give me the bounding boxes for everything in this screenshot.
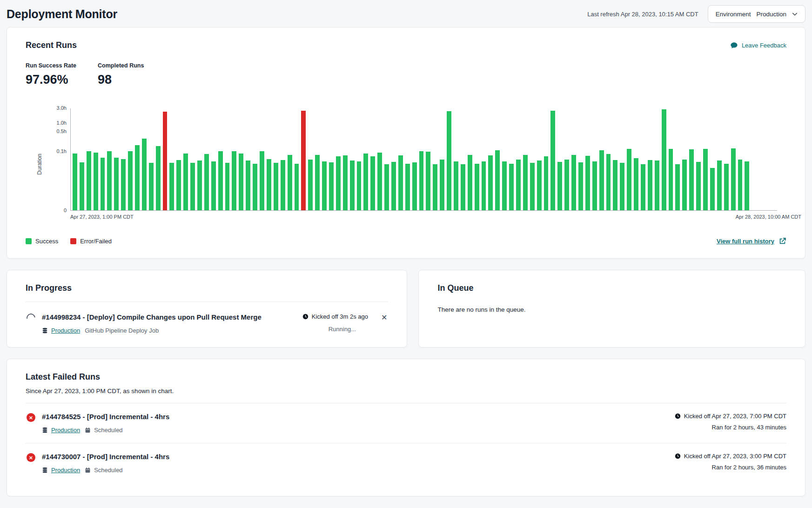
chart-bar-success[interactable] — [468, 155, 472, 210]
leave-feedback-link[interactable]: Leave Feedback — [730, 41, 786, 49]
chart-bar-success[interactable] — [107, 151, 112, 210]
chart-bar-success[interactable] — [606, 154, 611, 210]
view-full-run-history-link[interactable]: View full run history — [717, 237, 786, 245]
chart-bar-success[interactable] — [308, 160, 313, 210]
chart-bar-success[interactable] — [288, 155, 292, 210]
chart-bar-success[interactable] — [627, 149, 631, 210]
chart-bar-success[interactable] — [488, 155, 493, 210]
chart-bar-success[interactable] — [544, 156, 549, 210]
chart-bar-failed[interactable] — [301, 111, 306, 210]
chart-bar-success[interactable] — [149, 163, 154, 210]
chart-bar-success[interactable] — [281, 160, 285, 210]
chart-bar-success[interactable] — [142, 139, 147, 210]
chart-bar-success[interactable] — [641, 164, 645, 210]
chart-bar-success[interactable] — [482, 161, 486, 210]
chart-bar-success[interactable] — [370, 156, 375, 210]
chart-bar-success[interactable] — [336, 156, 341, 210]
chart-bar-success[interactable] — [350, 160, 355, 210]
chart-bar-success[interactable] — [211, 161, 216, 210]
chart-bar-success[interactable] — [384, 164, 389, 210]
chart-bar-success[interactable] — [204, 154, 209, 210]
chart-bar-success[interactable] — [738, 160, 743, 210]
chart-bar-success[interactable] — [135, 145, 140, 210]
chart-bar-success[interactable] — [516, 160, 521, 210]
chart-bar-success[interactable] — [662, 109, 666, 210]
chart-bar-success[interactable] — [218, 151, 223, 210]
chart-bar-success[interactable] — [724, 164, 729, 210]
chart-bar-success[interactable] — [322, 161, 327, 210]
chart-bar-success[interactable] — [225, 163, 230, 210]
chart-bar-success[interactable] — [634, 158, 638, 210]
chart-bar-success[interactable] — [169, 163, 174, 210]
chart-bar-success[interactable] — [315, 155, 320, 210]
chart-bar-success[interactable] — [87, 151, 91, 210]
chart-bar-success[interactable] — [363, 154, 368, 210]
chart-bar-success[interactable] — [454, 161, 458, 210]
chart-bar-success[interactable] — [620, 163, 624, 210]
chart-bar-success[interactable] — [267, 159, 271, 210]
chart-bar-success[interactable] — [190, 163, 195, 210]
chart-bar-success[interactable] — [260, 151, 264, 210]
chart-bar-success[interactable] — [689, 149, 694, 210]
chart-bar-success[interactable] — [440, 160, 444, 210]
chart-bar-success[interactable] — [114, 158, 119, 210]
chart-bar-success[interactable] — [703, 149, 708, 210]
chart-bar-success[interactable] — [239, 154, 243, 210]
chart-bar-success[interactable] — [669, 149, 673, 210]
chart-bar-failed[interactable] — [163, 112, 168, 210]
chart-bar-success[interactable] — [613, 160, 617, 210]
chart-bar-success[interactable] — [156, 146, 161, 210]
chart-bar-success[interactable] — [121, 159, 126, 210]
chart-bar-success[interactable] — [419, 151, 424, 210]
chart-bar-success[interactable] — [128, 151, 133, 210]
chart-bar-success[interactable] — [94, 153, 98, 210]
chart-bar-success[interactable] — [232, 151, 236, 210]
chart-bar-success[interactable] — [253, 164, 257, 210]
chart-bar-success[interactable] — [377, 153, 382, 210]
chart-bar-success[interactable] — [731, 148, 736, 210]
chart-bar-success[interactable] — [398, 155, 403, 210]
chart-bar-success[interactable] — [509, 164, 514, 210]
environment-link[interactable]: Production — [51, 327, 80, 334]
chart-bar-success[interactable] — [426, 152, 430, 210]
chart-bar-success[interactable] — [648, 160, 652, 210]
environment-link[interactable]: Production — [51, 427, 80, 434]
chart-bar-success[interactable] — [329, 162, 334, 210]
chart-bar-success[interactable] — [274, 163, 278, 210]
chart-bar-success[interactable] — [295, 164, 299, 210]
chart-bar-success[interactable] — [495, 150, 500, 210]
chart-bar-success[interactable] — [461, 164, 465, 210]
environment-dropdown[interactable]: Environment Production — [708, 5, 805, 23]
chart-bar-success[interactable] — [585, 156, 590, 210]
chart-bar-success[interactable] — [537, 160, 542, 210]
chart-bar-success[interactable] — [405, 164, 410, 210]
chart-bar-success[interactable] — [197, 160, 202, 210]
chart-bar-success[interactable] — [745, 161, 749, 210]
chart-bar-success[interactable] — [655, 160, 659, 210]
chart-bar-success[interactable] — [571, 155, 576, 210]
chart-bar-success[interactable] — [557, 162, 562, 210]
chart-bar-success[interactable] — [447, 111, 451, 210]
chart-bar-success[interactable] — [717, 160, 722, 210]
chart-bar-success[interactable] — [530, 163, 535, 210]
chart-bar-success[interactable] — [183, 154, 188, 210]
chart-bar-success[interactable] — [564, 160, 569, 210]
chart-bar-success[interactable] — [176, 160, 181, 210]
chart-bar-success[interactable] — [550, 111, 555, 210]
chart-bar-success[interactable] — [502, 161, 507, 210]
chart-bar-success[interactable] — [357, 161, 362, 210]
chart-bar-success[interactable] — [710, 168, 715, 210]
chart-bar-success[interactable] — [696, 162, 701, 210]
chart-bar-success[interactable] — [523, 155, 528, 210]
chart-bar-success[interactable] — [599, 150, 604, 210]
chart-bar-success[interactable] — [578, 162, 583, 210]
chart-bar-success[interactable] — [73, 154, 77, 210]
close-icon[interactable]: ✕ — [380, 313, 388, 322]
chart-bar-success[interactable] — [682, 160, 687, 210]
chart-bar-success[interactable] — [343, 155, 348, 210]
chart-bar-success[interactable] — [675, 164, 680, 210]
chart-bar-success[interactable] — [391, 162, 396, 210]
chart-bar-success[interactable] — [80, 162, 84, 210]
environment-link[interactable]: Production — [51, 467, 80, 474]
chart-bar-success[interactable] — [101, 158, 105, 210]
